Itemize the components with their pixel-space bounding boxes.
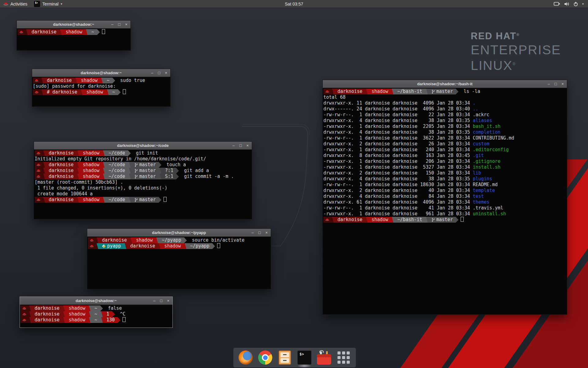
terminal-content[interactable]: darknoiseshadow~/code git initInitialize…	[34, 150, 252, 219]
tray-chevron-icon: ▾	[582, 2, 584, 6]
terminal-line: darknoiseshadow~/bash-itmaster	[323, 217, 567, 223]
powerline-separator	[42, 162, 46, 168]
branch-icon	[432, 90, 435, 94]
prompt-segment-hat	[35, 150, 42, 156]
command-text: git init	[131, 150, 158, 156]
clock[interactable]: Sat 03:57	[282, 0, 306, 8]
minimize-button[interactable]: –	[151, 69, 153, 77]
window-titlebar[interactable]: darknoise@shadow:~/bash-it–□×	[323, 80, 567, 88]
minimize-button[interactable]: –	[251, 229, 254, 237]
close-button[interactable]: ×	[265, 229, 268, 237]
terminal-line: -rwxrwxr-x. 1 darknoise darknoise 961 Ja…	[323, 211, 567, 217]
dock-item-toolbox[interactable]	[316, 350, 332, 365]
powerline-separator	[96, 237, 99, 243]
window-titlebar[interactable]: darknoise@shadow:~–□×	[32, 69, 170, 77]
maximize-button[interactable]: □	[158, 69, 160, 77]
terminal-icon: $>	[297, 351, 311, 365]
terminal-content[interactable]: darknoiseshadow~ sudo true[sudo] passwor…	[32, 77, 170, 106]
ls-row-attrs: drwx------. 24 darknoise darknoise 4096 …	[323, 106, 473, 112]
powerline-separator	[88, 305, 92, 311]
powerline-separator	[76, 197, 80, 203]
ls-row-filename: completion	[473, 129, 500, 135]
terminal-line: 1 file changed, 0 insertions(+), 0 delet…	[35, 185, 252, 191]
branch-icon	[432, 218, 435, 222]
prompt-segment-path: ~/bash-it	[394, 89, 425, 94]
ls-row-attrs: -rw-rw-r--. 1 darknoise darknoise 41 Jan…	[323, 205, 473, 211]
window-titlebar[interactable]: darknoise@shadow:~–□×	[17, 21, 130, 29]
activities-button[interactable]: Activities	[0, 0, 31, 8]
dock-item-terminal[interactable]: $>	[297, 350, 312, 365]
output-text: [sudo] password for darknoise:	[33, 83, 119, 89]
powerline-separator	[331, 217, 335, 223]
close-button[interactable]: ×	[125, 21, 127, 29]
redhat-icon	[3, 2, 8, 6]
ls-row-filename: .git	[473, 153, 484, 158]
minimize-button[interactable]: –	[232, 142, 235, 150]
terminal-content[interactable]: darknoiseshadow~ falsedarknoiseshadow~1 …	[20, 305, 172, 328]
chrome-icon	[258, 351, 272, 365]
terminal-content[interactable]: darknoiseshadow~	[17, 29, 130, 50]
maximize-button[interactable]: □	[239, 142, 242, 150]
powerline-arrow	[118, 317, 120, 323]
redhat-icon	[22, 306, 26, 310]
powerline-separator	[128, 162, 132, 168]
powerline-separator	[391, 89, 394, 94]
powerline-separator	[102, 168, 106, 174]
maximize-button[interactable]: □	[555, 80, 557, 88]
close-button[interactable]: ×	[561, 80, 564, 88]
app-menu[interactable]: $> Terminal ▾	[31, 0, 66, 8]
prompt-segment-user: darknoise	[29, 29, 59, 35]
terminal-line: drwxrwxr-x. 2 darknoise darknoise 150 Ja…	[323, 170, 567, 176]
dock-item-files[interactable]	[277, 350, 292, 365]
powerline-separator	[80, 89, 84, 95]
python-icon	[102, 244, 106, 248]
close-button[interactable]: ×	[246, 142, 249, 150]
logo-line-enterprise: ENTERPRISE	[471, 42, 561, 57]
powerline-separator	[28, 305, 32, 311]
close-button[interactable]: ×	[167, 297, 169, 305]
powerline-separator	[365, 89, 369, 94]
window-titlebar[interactable]: darknoise@shadow:~/pyapp–□×	[87, 229, 271, 237]
maximize-button[interactable]: □	[118, 21, 121, 29]
powerline-separator	[42, 197, 46, 203]
dock-item-chrome[interactable]	[258, 350, 273, 365]
dock-item-app-grid[interactable]	[336, 350, 351, 365]
powerline-separator	[124, 243, 127, 249]
chevron-down-icon: ▾	[61, 2, 62, 6]
terminal-content[interactable]: darknoiseshadow~/bash-itmaster ls -latot…	[323, 88, 567, 314]
prompt-segment-hat	[35, 197, 42, 203]
dock-item-firefox[interactable]	[238, 350, 253, 365]
powerline-separator	[28, 311, 32, 317]
prompt-segment-hat	[17, 29, 25, 35]
terminal-line: drwxrwxr-x. 8 darknoise darknoise 163 Ja…	[323, 153, 567, 159]
ls-row-attrs: -rwxrwxr-x. 1 darknoise darknoise 206 Ja…	[323, 159, 473, 164]
ls-row-filename: plugins	[473, 176, 492, 182]
window-titlebar[interactable]: darknoise@shadow:~–□×	[20, 297, 172, 305]
terminal-line: darknoiseshadow~	[17, 29, 130, 35]
maximize-button[interactable]: □	[160, 297, 163, 305]
prompt-segment-host: shadow	[78, 78, 100, 83]
minimize-button[interactable]: –	[111, 21, 113, 29]
ls-row-attrs: -rw-rw-r--. 1 darknoise darknoise 18630 …	[323, 182, 473, 187]
powerline-separator	[128, 174, 132, 179]
terminal-line: -rw-rw-r--. 1 darknoise darknoise 3622 J…	[323, 135, 567, 141]
command-text: git add a	[179, 168, 209, 173]
system-tray[interactable]: ▾	[551, 0, 586, 8]
terminal-line: darknoiseshadow~/codemaster	[35, 197, 252, 203]
redhat-icon	[36, 169, 40, 173]
prompt-segment-host: shadow	[80, 162, 102, 168]
terminal-content[interactable]: darknoiseshadow~/pyapp source bin/activa…	[87, 237, 271, 289]
redhat-icon	[22, 312, 26, 316]
prompt-segment-err: 130	[104, 317, 118, 323]
ls-row-filename: lib	[473, 170, 481, 176]
minimize-button[interactable]: –	[153, 297, 155, 305]
command-text: false	[103, 305, 122, 311]
maximize-button[interactable]: □	[258, 229, 261, 237]
prompt-segment-hat	[35, 168, 42, 174]
ls-row-filename: custom	[473, 141, 489, 147]
command-text: ls -la	[458, 89, 480, 94]
output-text: [master (root-commit) 50bcb63] .	[35, 179, 123, 185]
close-button[interactable]: ×	[165, 69, 167, 77]
window-titlebar[interactable]: darknoise@shadow:~/code–□×	[34, 142, 252, 150]
minimize-button[interactable]: –	[548, 80, 550, 88]
